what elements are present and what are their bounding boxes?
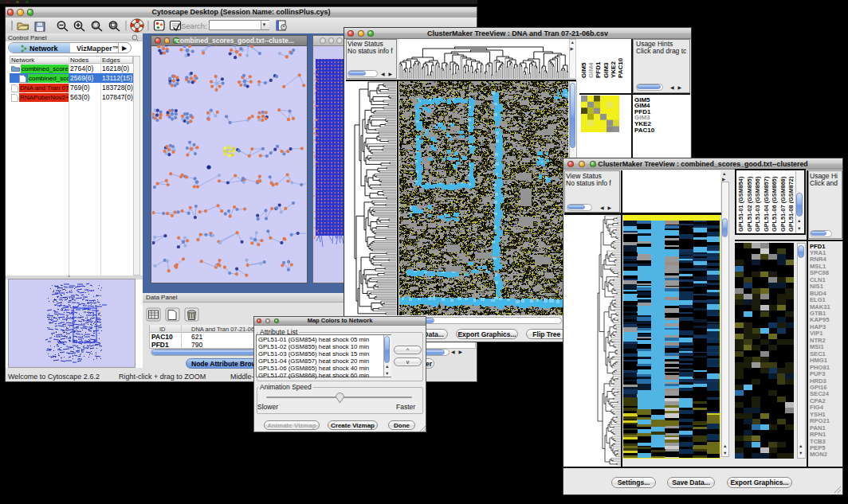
svg-text:GIM3: GIM3: [603, 62, 610, 78]
svg-text:GIM5: GIM5: [580, 62, 587, 78]
svg-text:GPL51-07 (GSM868): GPL51-07 (GSM868): [779, 176, 787, 232]
svg-text:PAC10: PAC10: [617, 57, 624, 78]
svg-text:GPL51-04 (GSM857): GPL51-04 (GSM857): [763, 176, 770, 232]
svg-text:PFD1: PFD1: [595, 61, 602, 78]
svg-text:GIM4: GIM4: [587, 62, 595, 78]
svg-text:GPL51-01 (GSM854): GPL51-01 (GSM854): [737, 176, 744, 232]
svg-text:GPL51-02 (GSM855): GPL51-02 (GSM855): [746, 176, 753, 232]
svg-text:GPL51-06 (GSM865): GPL51-06 (GSM865): [771, 176, 778, 232]
svg-text:GPL51-08 (GSM872): GPL51-08 (GSM872): [787, 176, 794, 232]
svg-text:YKE2: YKE2: [610, 61, 617, 78]
svg-text:GPL51-03 (GSM856): GPL51-03 (GSM856): [754, 176, 761, 232]
